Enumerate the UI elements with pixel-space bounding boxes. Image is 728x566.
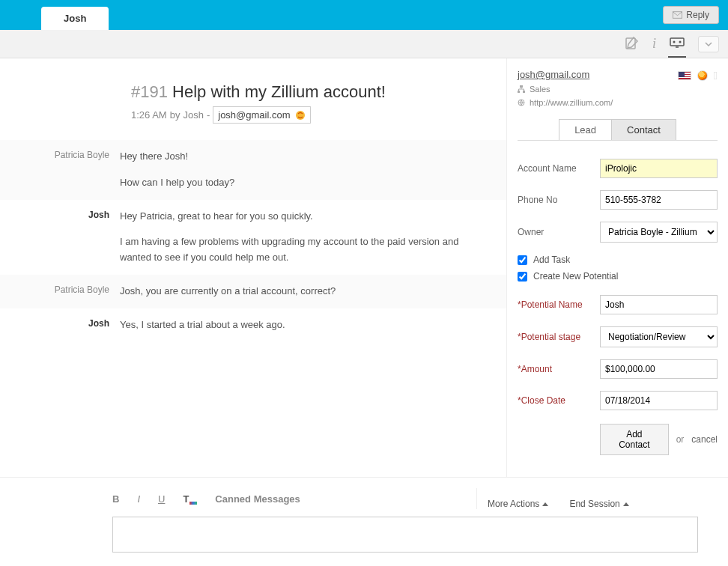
- message-body: Josh, you are currently on a trial accou…: [120, 284, 491, 299]
- canned-messages-button[interactable]: Canned Messages: [215, 493, 300, 505]
- chevron-up-icon: [623, 502, 629, 506]
- svg-rect-8: [523, 91, 525, 93]
- owner-select[interactable]: Patricia Boyle - Zillium: [600, 222, 718, 243]
- ticket-time: 1:26 AM: [131, 109, 167, 121]
- svg-point-3: [673, 41, 676, 43]
- close-date-label: *Close Date: [518, 395, 600, 406]
- requester-email-box[interactable]: josh@gmail.com: [213, 106, 310, 124]
- account-name-input[interactable]: [600, 159, 718, 178]
- compose-icon[interactable]: [625, 36, 639, 52]
- message-body: Hey there Josh! How can I help you today…: [120, 149, 491, 191]
- add-task-checkbox[interactable]: [518, 255, 527, 265]
- add-contact-button[interactable]: Add Contact: [600, 424, 669, 455]
- underline-button[interactable]: U: [158, 493, 165, 505]
- end-session-button[interactable]: End Session: [569, 499, 628, 509]
- owner-label: Owner: [518, 227, 600, 237]
- create-potential-label: Create New Potential: [533, 271, 618, 282]
- ticket-meta: 1:26 AM by Josh - josh@gmail.com: [131, 106, 491, 124]
- form-actions: Add Contact or cancel: [518, 424, 718, 455]
- main-split: #191 Help with my Zillium account! 1:26 …: [0, 58, 728, 478]
- message-sender: Patricia Boyle: [0, 284, 120, 299]
- dropdown-menu[interactable]: [698, 36, 719, 52]
- contact-meta-icons: : [678, 69, 718, 82]
- potential-stage-select[interactable]: Negotiation/Review: [600, 326, 718, 347]
- or-text: or: [676, 434, 685, 445]
- contact-form: Account Name Phone No Owner Patricia Boy…: [518, 159, 718, 455]
- message-row: Josh Hey Patricia, great to hear for you…: [0, 200, 506, 275]
- message-sender: Josh: [0, 209, 120, 266]
- contact-dept: Sales: [518, 85, 718, 94]
- create-potential-checkbox-row: Create New Potential: [518, 271, 718, 282]
- chevron-down-icon: [705, 42, 712, 46]
- envelope-icon: [673, 11, 682, 19]
- add-task-label: Add Task: [533, 255, 570, 265]
- tab-contact[interactable]: Contact: [611, 119, 676, 140]
- amount-label: *Amount: [518, 364, 600, 374]
- svg-point-5: [296, 111, 305, 120]
- chevron-up-icon: [542, 502, 548, 506]
- requester-email: josh@gmail.com: [218, 109, 290, 121]
- add-task-checkbox-row: Add Task: [518, 255, 718, 265]
- more-actions-button[interactable]: More Actions: [488, 499, 548, 509]
- conversation-pane: #191 Help with my Zillium account! 1:26 …: [0, 58, 506, 478]
- message-row: Josh Yes, I started a trial about a week…: [0, 308, 506, 342]
- potential-stage-label: *Potential stage: [518, 332, 600, 342]
- conversation: Patricia Boyle Hey there Josh! How can I…: [0, 140, 506, 342]
- bold-button[interactable]: B: [112, 493, 119, 505]
- amount-input[interactable]: [600, 359, 718, 379]
- tool-strip: i: [0, 30, 728, 58]
- info-icon[interactable]: i: [652, 36, 656, 52]
- tab-josh[interactable]: Josh: [41, 7, 109, 30]
- ticket-author: Josh: [183, 109, 203, 121]
- composer-area: B I U T Canned Messages More Actions End…: [0, 477, 728, 566]
- contact-email-link[interactable]: josh@gmail.com: [518, 69, 589, 80]
- text-color-button[interactable]: T: [183, 493, 197, 505]
- message-sender: Patricia Boyle: [0, 149, 120, 191]
- color-swatch-icon: [189, 502, 197, 505]
- ticket-subject: Help with my Zillium account!: [172, 82, 386, 101]
- phone-label: Phone No: [518, 195, 600, 205]
- crm-tabs: Lead Contact: [518, 119, 718, 141]
- reply-button[interactable]: Reply: [663, 6, 719, 24]
- message-body: Hey Patricia, great to hear for you so q…: [120, 209, 491, 266]
- crm-icon[interactable]: [670, 37, 685, 51]
- apple-icon: : [714, 69, 718, 82]
- svg-rect-2: [670, 38, 684, 46]
- us-flag-icon: [678, 71, 691, 80]
- format-bar: B I U T Canned Messages More Actions End…: [30, 478, 698, 517]
- ticket-id: #191: [131, 82, 168, 101]
- account-name-label: Account Name: [518, 163, 600, 174]
- potential-name-input[interactable]: [600, 295, 718, 314]
- create-potential-checkbox[interactable]: [518, 272, 527, 282]
- ticket-title: #191 Help with my Zillium account!: [131, 82, 491, 102]
- contact-url: http://www.zillium.com/: [518, 98, 718, 107]
- crm-panel: josh@gmail.com  Sales http://www.zilliu…: [506, 58, 728, 478]
- phone-input[interactable]: [600, 190, 718, 210]
- message-sender: Josh: [0, 317, 120, 333]
- message-row: Patricia Boyle Hey there Josh! How can I…: [0, 140, 506, 200]
- top-bar: Josh Reply: [0, 0, 728, 30]
- svg-point-4: [679, 41, 682, 43]
- tab-lead[interactable]: Lead: [559, 119, 611, 140]
- italic-button[interactable]: I: [137, 493, 140, 505]
- message-row: Patricia Boyle Josh, you are currently o…: [0, 275, 506, 308]
- message-body: Yes, I started a trial about a week ago.: [120, 317, 491, 333]
- compose-input[interactable]: [112, 517, 698, 553]
- ticket-header: #191 Help with my Zillium account! 1:26 …: [0, 82, 506, 124]
- svg-rect-7: [518, 91, 520, 93]
- reply-label: Reply: [686, 10, 709, 20]
- close-date-input[interactable]: [600, 391, 718, 410]
- cancel-link[interactable]: cancel: [691, 434, 718, 445]
- potential-name-label: *Potential Name: [518, 299, 600, 310]
- crm-small-icon: [295, 110, 306, 121]
- svg-rect-6: [520, 85, 523, 88]
- firefox-icon: [697, 70, 708, 81]
